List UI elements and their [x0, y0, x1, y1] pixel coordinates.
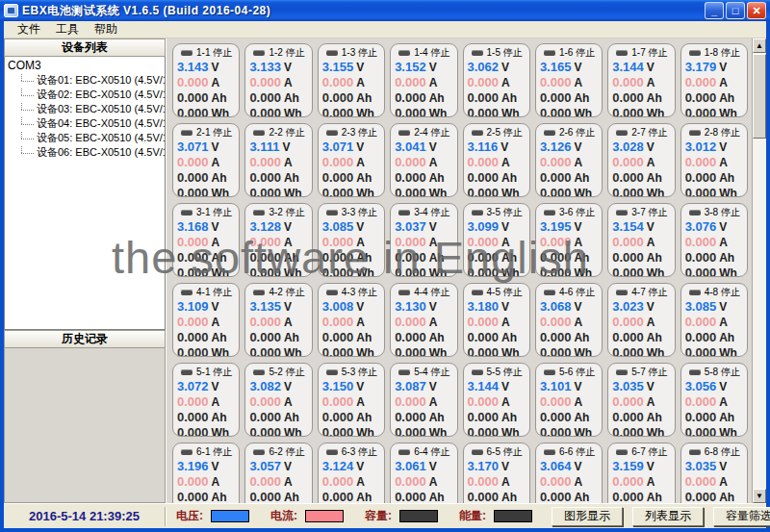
statusbar-button-1[interactable]: 列表显示	[632, 507, 704, 526]
history-panel[interactable]	[4, 348, 166, 503]
battery-cell-3-7[interactable]: 3-7 停止3.154V0.000A0.000Ah0.000Wh	[607, 203, 675, 277]
battery-cell-1-8[interactable]: 1-8 停止3.179V0.000A0.000Ah0.000Wh	[680, 43, 748, 117]
battery-cell-2-2[interactable]: 2-2 停止3.111V0.000A0.000Ah0.000Wh	[244, 123, 312, 197]
battery-cell-5-2[interactable]: 5-2 停止3.082V0.000A0.000Ah0.000Wh	[244, 363, 312, 437]
cell-status-label: 3-4 停止	[414, 206, 449, 219]
tree-item-device-1[interactable]: 设备01: EBC-X0510 (4.5V/10A)	[8, 73, 165, 88]
battery-cell-6-6[interactable]: 6-6 停止3.064V0.000A0.000Ah0.000Wh	[535, 443, 603, 503]
battery-cell-4-5[interactable]: 4-5 停止3.180V0.000A0.000Ah0.000Wh	[463, 283, 530, 357]
battery-cell-4-6[interactable]: 4-6 停止3.068V0.000A0.000Ah0.000Wh	[535, 283, 603, 357]
capacity-value: 0.000Ah	[540, 330, 599, 345]
battery-cell-1-5[interactable]: 1-5 停止3.062V0.000A0.000Ah0.000Wh	[463, 43, 530, 117]
battery-cell-6-8[interactable]: 6-8 停止3.035V0.000A0.000Ah0.000Wh	[680, 443, 748, 503]
battery-cell-5-6[interactable]: 5-6 停止3.101V0.000A0.000Ah0.000Wh	[535, 363, 603, 437]
battery-cell-6-7[interactable]: 6-7 停止3.159V0.000A0.000Ah0.000Wh	[607, 443, 675, 503]
battery-cell-5-7[interactable]: 5-7 停止3.035V0.000A0.000Ah0.000Wh	[607, 363, 675, 437]
menu-item-1[interactable]: 工具	[48, 20, 87, 38]
energy-value: 0.000Wh	[177, 266, 236, 277]
tree-item-device-2[interactable]: 设备02: EBC-X0510 (4.5V/10A)	[8, 88, 165, 102]
battery-cell-3-3[interactable]: 3-3 停止3.085V0.000A0.000Ah0.000Wh	[318, 203, 385, 277]
menu-item-2[interactable]: 帮助	[87, 20, 125, 38]
status-bar: 2016-5-14 21:39:25 电压:电流:容量:能量: 图形显示列表显示…	[4, 503, 766, 528]
battery-cell-4-2[interactable]: 4-2 停止3.135V0.000A0.000Ah0.000Wh	[244, 283, 312, 357]
minimize-button[interactable]: _	[705, 2, 724, 19]
unit-label: V	[284, 61, 292, 74]
battery-cell-2-5[interactable]: 2-5 停止3.116V0.000A0.000Ah0.000Wh	[463, 123, 530, 197]
battery-cell-5-8[interactable]: 5-8 停止3.056V0.000A0.000Ah0.000Wh	[680, 363, 748, 437]
battery-cell-2-1[interactable]: 2-1 停止3.071V0.000A0.000Ah0.000Wh	[172, 123, 240, 197]
battery-cell-5-3[interactable]: 5-3 停止3.150V0.000A0.000Ah0.000Wh	[318, 363, 385, 437]
status-led-icon	[398, 130, 410, 136]
tree-root-com3[interactable]: COM3	[8, 59, 165, 73]
statusbar-button-0[interactable]: 图形显示	[552, 507, 623, 526]
status-led-icon	[472, 50, 483, 56]
statusbar-button-2[interactable]: 容量筛选	[713, 507, 770, 526]
unit-label: V	[284, 300, 292, 314]
unit-label: Ah	[719, 171, 734, 185]
menu-item-0[interactable]: 文件	[10, 20, 48, 38]
battery-cell-5-4[interactable]: 5-4 停止3.087V0.000A0.000Ah0.000Wh	[390, 363, 457, 437]
battery-cell-6-4[interactable]: 6-4 停止3.061V0.000A0.000Ah0.000Wh	[390, 443, 457, 503]
scrollbar-thumb[interactable]	[753, 54, 766, 139]
close-button[interactable]: ✕	[747, 2, 766, 19]
battery-cell-5-5[interactable]: 5-5 停止3.144V0.000A0.000Ah0.000Wh	[463, 363, 530, 437]
battery-cell-2-4[interactable]: 2-4 停止3.041V0.000A0.000Ah0.000Wh	[390, 123, 457, 197]
energy-value: 0.000Wh	[612, 106, 671, 117]
energy-value: 0.000Wh	[685, 106, 744, 117]
battery-cell-1-4[interactable]: 1-4 停止3.152V0.000A0.000Ah0.000Wh	[390, 43, 457, 117]
status-led-icon	[326, 50, 338, 56]
battery-cell-4-8[interactable]: 4-8 停止3.085V0.000A0.000Ah0.000Wh	[680, 283, 748, 357]
scroll-up-icon[interactable]: ▲	[753, 38, 766, 53]
maximize-button[interactable]: □	[726, 2, 745, 19]
tree-item-device-6[interactable]: 设备06: EBC-X0510 (4.5V/10A)	[8, 145, 165, 160]
battery-cell-6-3[interactable]: 6-3 停止3.124V0.000A0.000Ah0.000Wh	[318, 443, 385, 503]
battery-cell-2-3[interactable]: 2-3 停止3.071V0.000A0.000Ah0.000Wh	[318, 123, 385, 197]
battery-cell-4-7[interactable]: 4-7 停止3.023V0.000A0.000Ah0.000Wh	[607, 283, 675, 357]
battery-cell-5-1[interactable]: 5-1 停止3.072V0.000A0.000Ah0.000Wh	[172, 363, 240, 437]
battery-cell-2-7[interactable]: 2-7 停止3.028V0.000A0.000Ah0.000Wh	[607, 123, 675, 197]
tree-item-device-4[interactable]: 设备04: EBC-X0510 (4.5V/10A)	[8, 116, 165, 131]
tree-item-device-5[interactable]: 设备05: EBC-X0510 (4.5V/10A)	[8, 131, 165, 145]
unit-label: Ah	[647, 491, 662, 503]
unit-label: Ah	[574, 251, 589, 265]
unit-label: V	[719, 140, 727, 154]
battery-cell-4-4[interactable]: 4-4 停止3.130V0.000A0.000Ah0.000Wh	[390, 283, 457, 357]
energy-value: 0.000Wh	[177, 106, 236, 117]
battery-cell-4-1[interactable]: 4-1 停止3.109V0.000A0.000Ah0.000Wh	[172, 283, 240, 357]
current-value: 0.000A	[685, 235, 744, 250]
battery-cell-1-3[interactable]: 1-3 停止3.155V0.000A0.000Ah0.000Wh	[318, 43, 385, 117]
tree-item-device-3[interactable]: 设备03: EBC-X0510 (4.5V/10A)	[8, 102, 165, 116]
status-led-icon	[544, 369, 555, 375]
scroll-down-icon[interactable]: ▼	[753, 489, 766, 503]
battery-cell-3-4[interactable]: 3-4 停止3.037V0.000A0.000Ah0.000Wh	[390, 203, 457, 277]
unit-label: Ah	[647, 331, 662, 344]
energy-value: 0.000Wh	[612, 266, 671, 277]
energy-value: 0.000Wh	[468, 425, 526, 437]
energy-value: 0.000Wh	[322, 106, 381, 117]
unit-label: Ah	[719, 491, 734, 503]
battery-cell-3-8[interactable]: 3-8 停止3.076V0.000A0.000Ah0.000Wh	[680, 203, 748, 277]
capacity-value: 0.000Ah	[322, 410, 381, 425]
battery-cell-1-2[interactable]: 1-2 停止3.133V0.000A0.000Ah0.000Wh	[244, 43, 312, 117]
battery-cell-2-8[interactable]: 2-8 停止3.012V0.000A0.000Ah0.000Wh	[680, 123, 748, 197]
battery-cell-1-6[interactable]: 1-6 停止3.165V0.000A0.000Ah0.000Wh	[535, 43, 603, 117]
battery-cell-3-1[interactable]: 3-1 停止3.168V0.000A0.000Ah0.000Wh	[172, 203, 240, 277]
battery-cell-2-6[interactable]: 2-6 停止3.126V0.000A0.000Ah0.000Wh	[535, 123, 603, 197]
energy-value: 0.000Wh	[177, 345, 236, 357]
battery-cell-6-2[interactable]: 6-2 停止3.057V0.000A0.000Ah0.000Wh	[244, 443, 312, 503]
unit-label: Wh	[284, 187, 302, 197]
battery-cell-6-5[interactable]: 6-5 停止3.170V0.000A0.000Ah0.000Wh	[463, 443, 530, 503]
current-value: 0.000A	[612, 155, 671, 170]
battery-cell-3-2[interactable]: 3-2 停止3.128V0.000A0.000Ah0.000Wh	[244, 203, 312, 277]
battery-cell-6-1[interactable]: 6-1 停止3.196V0.000A0.000Ah0.000Wh	[172, 443, 240, 503]
battery-cell-1-1[interactable]: 1-1 停止3.143V0.000A0.000Ah0.000Wh	[172, 43, 240, 117]
battery-cell-4-3[interactable]: 4-3 停止3.008V0.000A0.000Ah0.000Wh	[318, 283, 385, 357]
vertical-scrollbar[interactable]: ▲ ▼	[752, 38, 766, 503]
battery-cell-3-6[interactable]: 3-6 停止3.195V0.000A0.000Ah0.000Wh	[535, 203, 603, 277]
device-tree[interactable]: COM3 设备01: EBC-X0510 (4.5V/10A)设备02: EBC…	[4, 57, 166, 330]
legend-swatch-0	[211, 510, 249, 522]
unit-label: V	[719, 460, 727, 473]
unit-label: A	[356, 395, 365, 409]
battery-cell-1-7[interactable]: 1-7 停止3.144V0.000A0.000Ah0.000Wh	[607, 43, 675, 117]
battery-cell-3-5[interactable]: 3-5 停止3.099V0.000A0.000Ah0.000Wh	[463, 203, 530, 277]
